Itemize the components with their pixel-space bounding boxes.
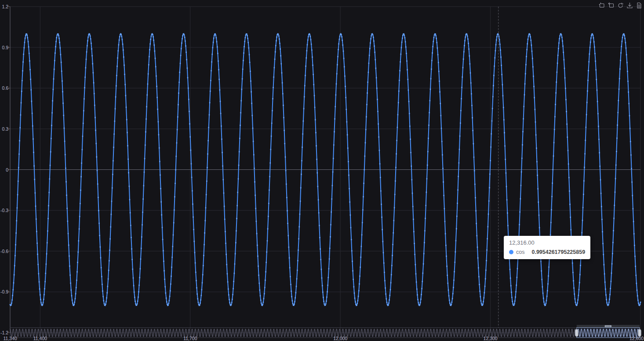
y-axis-label: 0.3 — [0, 127, 8, 132]
y-axis-label: 0.9 — [0, 45, 8, 50]
zoom-select-icon[interactable] — [598, 2, 605, 9]
zoom-reset-icon[interactable] — [608, 2, 615, 9]
toolbox — [598, 2, 642, 9]
y-axis-label: -1.2 — [0, 330, 8, 335]
datazoom-left-handle[interactable] — [575, 330, 578, 337]
y-axis-label: 0 — [0, 168, 8, 172]
y-axis-label: 1.2 — [0, 4, 8, 9]
x-axis-label: 11,700 — [183, 336, 197, 341]
x-axis-label: 11,340 — [4, 336, 17, 341]
x-axis-label: 12,000 — [333, 336, 347, 341]
restore-icon[interactable] — [617, 2, 624, 9]
y-axis-label: -0.9 — [0, 290, 8, 294]
x-axis-label: 12,600 — [629, 336, 644, 341]
save-image-icon[interactable] — [626, 2, 633, 9]
chart-canvas[interactable] — [0, 0, 644, 341]
data-view-icon[interactable] — [635, 2, 642, 9]
y-axis-label: -0.3 — [0, 208, 8, 213]
y-axis-label: 0.6 — [0, 86, 8, 91]
y-axis-label: -0.6 — [0, 249, 8, 254]
x-axis-label: 12,300 — [484, 336, 498, 341]
x-axis-label: 11,400 — [33, 336, 47, 341]
echarts-dark-cosine-chart: 1.20.90.60.30-0.3-0.6-0.9-1.2 11,34011,4… — [0, 0, 644, 341]
